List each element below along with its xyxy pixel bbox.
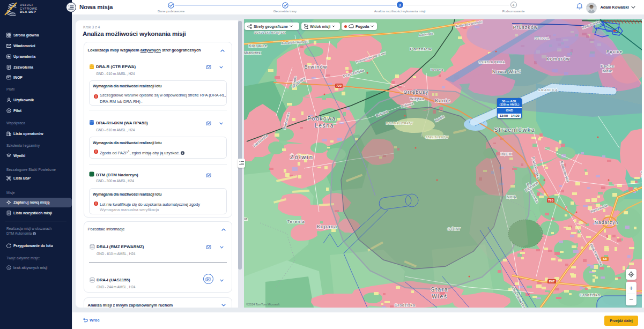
svg-text:720: 720 [336, 84, 342, 87]
svg-text:Pęcice: Pęcice [601, 64, 615, 69]
svg-text:Żółwin: Żółwin [290, 154, 314, 160]
svg-text:S8: S8 [603, 257, 607, 260]
svg-text:Milanówek: Milanówek [244, 51, 261, 55]
svg-text:Stara: Stara [431, 287, 449, 293]
svg-text:Wieś: Wieś [432, 294, 447, 300]
svg-text:©2024 TomTom Microsoft: ©2024 TomTom Microsoft [246, 303, 280, 306]
svg-text:Nadarzyn: Nadarzyn [595, 220, 618, 225]
svg-text:Rzeczna: Rzeczna [431, 68, 443, 71]
svg-text:GÓRY: GÓRY [447, 227, 461, 231]
svg-text:Kanie: Kanie [435, 98, 451, 103]
svg-text:Pruszków: Pruszków [513, 25, 538, 30]
svg-text:Wiejska: Wiejska [410, 97, 424, 101]
svg-text:Otrębusy: Otrębusy [404, 89, 429, 95]
svg-text:Nowa Wieś: Nowa Wieś [492, 69, 521, 74]
svg-text:Kotowice: Kotowice [249, 43, 267, 48]
svg-text:Parzniew: Parzniew [410, 47, 432, 51]
svg-text:STANISŁAWÓW: STANISŁAWÓW [426, 136, 448, 139]
svg-text:OSTOJA: OSTOJA [535, 37, 550, 40]
svg-text:la: la [244, 216, 248, 221]
svg-text:INEK: INEK [500, 152, 512, 156]
svg-text:Małe: Małe [603, 69, 612, 73]
svg-text:Brwinów: Brwinów [304, 64, 327, 70]
svg-text:GRANICA: GRANICA [538, 88, 558, 92]
svg-text:Pęcice: Pęcice [606, 49, 623, 54]
svg-text:Strzeniówka: Strzeniówka [494, 126, 536, 133]
svg-text:OSIEDLE PRIGA: OSIEDLE PRIGA [479, 61, 505, 64]
svg-text:E67: E67 [549, 280, 555, 283]
svg-text:Podkowa: Podkowa [307, 116, 336, 122]
svg-text:CYFROWE: CYFROWE [20, 7, 38, 10]
svg-text:DOLINA UTRATY: DOLINA UTRATY [386, 122, 413, 125]
svg-text:Grodziska: Grodziska [395, 303, 416, 308]
svg-text:Kopana: Kopana [317, 224, 337, 229]
svg-text:USŁUGI: USŁUGI [20, 3, 33, 6]
svg-text:NKA: NKA [507, 195, 516, 199]
svg-text:Leśna: Leśna [315, 123, 334, 129]
svg-text:720: 720 [548, 199, 554, 202]
svg-text:Grodziska: Grodziska [580, 293, 601, 297]
svg-text:Komorów: Komorów [546, 56, 570, 62]
svg-text:Terenia: Terenia [287, 219, 305, 224]
svg-text:DLA BSP: DLA BSP [20, 10, 36, 13]
svg-text:SOKULSKI MAJĄTEK: SOKULSKI MAJĄTEK [254, 31, 285, 34]
